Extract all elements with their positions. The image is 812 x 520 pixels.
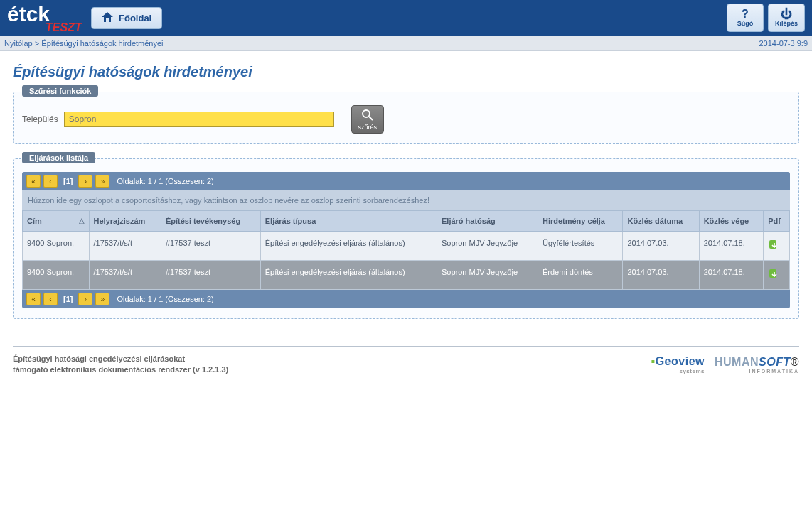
svg-line-2 bbox=[369, 117, 373, 120]
cell-tevekenyseg: #17537 teszt bbox=[161, 232, 260, 261]
footer-logos: ▪Geoview systems HUMANSOFT® INFORMATIKA bbox=[651, 355, 800, 374]
geoview-logo: ▪Geoview systems bbox=[651, 355, 705, 374]
pager-next-button[interactable]: › bbox=[78, 175, 92, 188]
filter-button-label: szűrés bbox=[358, 124, 377, 131]
logout-label: Kilépés bbox=[775, 20, 798, 27]
cell-cim: 9400 Sopron, bbox=[23, 232, 90, 261]
pager-prev-button[interactable]: ‹ bbox=[43, 293, 58, 305]
topbar-right: ? Súgó ⏻ Kilépés bbox=[727, 4, 805, 32]
pager-last-button[interactable]: » bbox=[95, 175, 109, 188]
breadcrumb-root[interactable]: Nyitólap bbox=[4, 39, 33, 48]
pdf-download-icon[interactable] bbox=[768, 239, 781, 251]
cell-helyrajz: /17537/t/s/t bbox=[89, 232, 161, 261]
filter-legend: Szűrési funkciók bbox=[22, 85, 98, 97]
sort-indicator-icon: △ bbox=[79, 217, 85, 224]
col-kozles-datuma[interactable]: Közlés dátuma bbox=[623, 211, 699, 232]
pager-current: [1] bbox=[60, 177, 75, 185]
col-pdf[interactable]: Pdf bbox=[764, 211, 790, 232]
pager-top: « ‹ [1] › » Oldalak: 1 / 1 (Összesen: 2) bbox=[22, 172, 790, 190]
home-button[interactable]: Főoldal bbox=[91, 7, 162, 29]
help-icon: ? bbox=[742, 9, 749, 20]
pager-info: Oldalak: 1 / 1 (Összesen: 2) bbox=[117, 295, 213, 303]
cell-cel: Ügyfélértesítés bbox=[538, 232, 623, 261]
svg-text:étck: étck bbox=[7, 2, 50, 26]
pdf-download-icon[interactable] bbox=[768, 268, 781, 281]
cell-tevekenyseg: #17537 teszt bbox=[161, 261, 260, 290]
results-table: Cím△ Helyrajziszám Építési tevékenység E… bbox=[22, 210, 790, 290]
humansoft-logo: HUMANSOFT® INFORMATIKA bbox=[715, 356, 799, 374]
col-hatosag[interactable]: Eljáró hatóság bbox=[437, 211, 538, 232]
pager-first-button[interactable]: « bbox=[26, 175, 41, 188]
logo-test-label: TESZT bbox=[46, 21, 82, 33]
table-row[interactable]: 9400 Sopron, /17537/t/s/t #17537 teszt É… bbox=[23, 232, 790, 261]
content: Építésügyi hatóságok hirdetményei Szűrés… bbox=[0, 51, 812, 346]
cell-pdf bbox=[764, 261, 790, 290]
home-icon bbox=[102, 12, 113, 24]
footer-line2: támogató elektronikus dokumentációs rend… bbox=[13, 364, 228, 375]
server-datetime: 2014-07-3 9:9 bbox=[759, 39, 808, 48]
cell-helyrajz: /17537/t/s/t bbox=[89, 261, 161, 290]
page-title: Építésügyi hatóságok hirdetményei bbox=[13, 64, 799, 80]
list-legend: Eljárások listája bbox=[22, 152, 95, 163]
filter-label: Település bbox=[22, 114, 58, 124]
app-logo: étck TESZT bbox=[7, 1, 85, 34]
pager-first-button[interactable]: « bbox=[26, 293, 41, 305]
table-row[interactable]: 9400 Sopron, /17537/t/s/t #17537 teszt É… bbox=[23, 261, 790, 290]
svg-rect-4 bbox=[769, 269, 776, 278]
col-kozles-vege[interactable]: Közlés vége bbox=[699, 211, 764, 232]
list-panel: Eljárások listája « ‹ [1] › » Oldalak: 1… bbox=[13, 158, 799, 319]
table-header-row: Cím△ Helyrajziszám Építési tevékenység E… bbox=[23, 211, 790, 232]
col-cel[interactable]: Hirdetmény célja bbox=[538, 211, 623, 232]
cell-hatosag: Sopron MJV Jegyzője bbox=[437, 232, 538, 261]
pager-last-button[interactable]: » bbox=[95, 293, 109, 305]
pager-next-button[interactable]: › bbox=[78, 293, 92, 305]
pager-bottom: « ‹ [1] › » Oldalak: 1 / 1 (Összesen: 2) bbox=[22, 290, 790, 308]
settlement-input[interactable] bbox=[64, 112, 334, 127]
col-tevekenyseg[interactable]: Építési tevékenység bbox=[161, 211, 260, 232]
filter-panel: Szűrési funkciók Település szűrés bbox=[13, 92, 799, 144]
pager-prev-button[interactable]: ‹ bbox=[43, 175, 58, 188]
col-helyrajz[interactable]: Helyrajziszám bbox=[89, 211, 161, 232]
help-label: Súgó bbox=[737, 20, 754, 27]
breadcrumb: Nyitólap > Építésügyi hatóságok hirdetmé… bbox=[4, 39, 164, 48]
footer-text: Építésügyi hatósági engedélyezési eljárá… bbox=[13, 354, 228, 376]
help-button[interactable]: ? Súgó bbox=[727, 4, 764, 32]
col-tipus[interactable]: Eljárás típusa bbox=[260, 211, 437, 232]
svg-rect-3 bbox=[769, 240, 776, 249]
breadcrumb-sep: > bbox=[35, 39, 39, 48]
col-cim[interactable]: Cím△ bbox=[23, 211, 90, 232]
cell-kozles-vege: 2014.07.18. bbox=[699, 232, 764, 261]
cell-kozles-vege: 2014.07.18. bbox=[699, 261, 764, 290]
breadcrumb-current[interactable]: Építésügyi hatóságok hirdetményei bbox=[41, 39, 163, 48]
pager-current: [1] bbox=[60, 295, 75, 303]
filter-row: Település szűrés bbox=[22, 105, 790, 134]
cell-pdf bbox=[764, 232, 790, 261]
svg-point-1 bbox=[363, 110, 370, 117]
topbar-left: étck TESZT Főoldal bbox=[7, 1, 162, 34]
cell-tipus: Építési engedélyezési eljárás (általános… bbox=[260, 261, 437, 290]
footer-line1: Építésügyi hatósági engedélyezési eljárá… bbox=[13, 354, 228, 364]
cell-kozles-datuma: 2014.07.03. bbox=[623, 261, 699, 290]
pager-info: Oldalak: 1 / 1 (Összesen: 2) bbox=[117, 177, 213, 185]
topbar: étck TESZT Főoldal ? Súgó ⏻ Kilépés bbox=[0, 0, 812, 36]
home-label: Főoldal bbox=[119, 13, 151, 23]
footer: Építésügyi hatósági engedélyezési eljárá… bbox=[13, 346, 799, 386]
logout-button[interactable]: ⏻ Kilépés bbox=[768, 4, 805, 32]
search-icon bbox=[361, 109, 374, 124]
power-icon: ⏻ bbox=[781, 9, 792, 20]
cell-kozles-datuma: 2014.07.03. bbox=[623, 232, 699, 261]
cell-tipus: Építési engedélyezési eljárás (általános… bbox=[260, 232, 437, 261]
cell-cim: 9400 Sopron, bbox=[23, 261, 90, 290]
cell-cel: Érdemi döntés bbox=[538, 261, 623, 290]
cell-hatosag: Sopron MJV Jegyzője bbox=[437, 261, 538, 290]
filter-button[interactable]: szűrés bbox=[351, 105, 384, 134]
group-hint[interactable]: Húzzon ide egy oszlopot a csoportosításh… bbox=[22, 190, 790, 210]
breadcrumb-bar: Nyitólap > Építésügyi hatóságok hirdetmé… bbox=[0, 36, 812, 51]
